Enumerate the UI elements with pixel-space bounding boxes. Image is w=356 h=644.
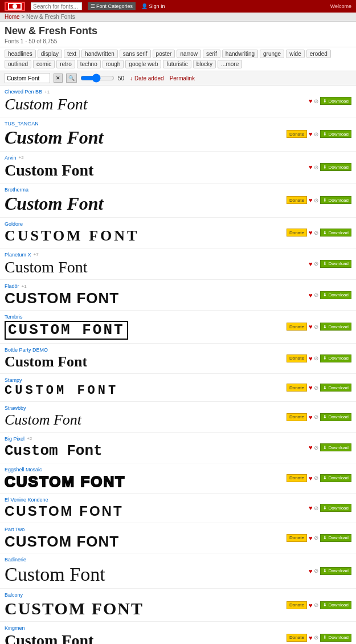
download-button[interactable]: ⬇ Download	[320, 196, 351, 204]
filter-tag-handwriting[interactable]: handwriting	[222, 50, 258, 58]
block-button[interactable]: ⊘	[314, 568, 318, 574]
block-button[interactable]: ⊘	[314, 324, 318, 330]
donate-button[interactable]: Donate	[287, 534, 307, 542]
site-logo[interactable]	[5, 2, 25, 11]
favorite-button[interactable]: ♥	[309, 634, 313, 641]
donate-button[interactable]: Donate	[287, 413, 307, 421]
font-name-link[interactable]: Chewed Pen BB	[5, 89, 42, 95]
favorite-button[interactable]: ♥	[309, 444, 313, 451]
filter-tag-comic[interactable]: comic	[33, 60, 55, 68]
filter-tag-poster[interactable]: poster	[153, 50, 175, 58]
filter-tag-wide[interactable]: wide	[286, 50, 305, 58]
font-name-link[interactable]: TUS_TANGAN	[5, 121, 39, 127]
donate-button[interactable]: Donate	[287, 384, 307, 392]
block-button[interactable]: ⊘	[314, 197, 318, 203]
sort-label[interactable]: ↓ Date added	[130, 75, 164, 81]
download-button[interactable]: ⬇ Download	[320, 130, 351, 138]
block-button[interactable]: ⊘	[314, 475, 318, 481]
favorite-button[interactable]: ♥	[309, 260, 313, 267]
filter-tag-eroded[interactable]: eroded	[306, 50, 331, 58]
favorite-button[interactable]: ♥	[309, 292, 313, 299]
font-name-link[interactable]: Eggshell Mosaic	[5, 467, 42, 472]
donate-button[interactable]: Donate	[287, 634, 307, 642]
filter-tag-narrow[interactable]: narrow	[177, 50, 201, 58]
filter-tag-techno[interactable]: techno	[77, 60, 101, 68]
download-button[interactable]: ⬇ Download	[320, 323, 351, 331]
download-button[interactable]: ⬇ Download	[320, 601, 351, 609]
favorite-button[interactable]: ♥	[309, 131, 313, 137]
preview-text-input[interactable]	[5, 73, 50, 83]
font-name-link[interactable]: Balcony	[5, 592, 23, 598]
filter-tag-outlined[interactable]: outlined	[5, 60, 31, 68]
favorite-button[interactable]: ♥	[309, 323, 313, 330]
download-button[interactable]: ⬇ Download	[320, 474, 351, 482]
font-preview-text[interactable]: Custom Font	[5, 259, 351, 276]
block-button[interactable]: ⊘	[314, 535, 318, 541]
donate-button[interactable]: Donate	[287, 229, 307, 237]
block-button[interactable]: ⊘	[314, 230, 318, 236]
zoom-in-button[interactable]: 🔍	[66, 74, 77, 83]
font-name-link[interactable]: Badinerie	[5, 557, 26, 563]
block-button[interactable]: ⊘	[314, 164, 318, 170]
font-preview-text[interactable]: Custom Font	[5, 162, 351, 180]
block-button[interactable]: ⊘	[314, 355, 318, 361]
font-name-link[interactable]: Stampy	[5, 377, 22, 383]
font-name-link[interactable]: Part Two	[5, 527, 24, 532]
favorite-button[interactable]: ♥	[309, 504, 313, 511]
favorite-button[interactable]: ♥	[309, 355, 313, 362]
font-name-link[interactable]: Bottle Party DEMO	[5, 347, 48, 353]
download-button[interactable]: ⬇ Download	[320, 97, 351, 105]
donate-button[interactable]: Donate	[287, 354, 307, 362]
block-button[interactable]: ⊘	[314, 602, 318, 608]
filter-tag-...more[interactable]: ...more	[218, 60, 242, 68]
filter-tag-rough[interactable]: rough	[103, 60, 124, 68]
download-button[interactable]: ⬇ Download	[320, 354, 351, 362]
reset-button[interactable]: ✕	[54, 74, 63, 83]
font-preview-text[interactable]: CUSTOM FONT	[5, 504, 351, 519]
filter-tag-text[interactable]: text	[64, 50, 80, 58]
font-name-link[interactable]: Strawbby	[5, 405, 26, 411]
donate-button[interactable]: Donate	[287, 474, 307, 482]
download-button[interactable]: ⬇ Download	[320, 567, 351, 575]
favorite-button[interactable]: ♥	[309, 384, 313, 391]
favorite-button[interactable]: ♥	[309, 197, 313, 203]
font-name-link[interactable]: Planetum X	[5, 252, 31, 258]
download-button[interactable]: ⬇ Download	[320, 163, 351, 171]
block-button[interactable]: ⊘	[314, 505, 318, 511]
favorite-button[interactable]: ♥	[309, 97, 313, 104]
download-button[interactable]: ⬇ Download	[320, 260, 351, 268]
block-button[interactable]: ⊘	[314, 445, 318, 451]
filter-tag-futuristic[interactable]: futuristic	[163, 60, 191, 68]
font-name-link[interactable]: Tembris	[5, 314, 23, 320]
block-button[interactable]: ⊘	[314, 260, 318, 267]
filter-tag-retro[interactable]: retro	[56, 60, 75, 68]
font-categories-button[interactable]: ☰ Font Categories	[88, 2, 136, 10]
permalink-link[interactable]: Permalink	[170, 75, 195, 81]
sign-in-button[interactable]: 👤 Sign In	[141, 3, 165, 9]
filter-tag-display[interactable]: display	[38, 50, 62, 58]
block-button[interactable]: ⊘	[314, 131, 318, 137]
font-name-link[interactable]: Arvin	[5, 155, 17, 161]
download-button[interactable]: ⬇ Download	[320, 634, 351, 642]
download-button[interactable]: ⬇ Download	[320, 443, 351, 451]
breadcrumb-home[interactable]: Home	[5, 14, 20, 20]
favorite-button[interactable]: ♥	[309, 475, 313, 482]
donate-button[interactable]: Donate	[287, 130, 307, 138]
font-name-link[interactable]: Brotherma	[5, 187, 28, 193]
favorite-button[interactable]: ♥	[309, 414, 313, 421]
font-preview-text[interactable]: Custom Font	[5, 564, 351, 585]
block-button[interactable]: ⊘	[314, 292, 318, 298]
font-name-link[interactable]: Big Pixel	[5, 436, 24, 442]
block-button[interactable]: ⊘	[314, 98, 318, 104]
filter-tag-google-web[interactable]: google web	[125, 60, 161, 68]
download-button[interactable]: ⬇ Download	[320, 534, 351, 542]
font-preview-text[interactable]: Custom Font	[5, 96, 351, 113]
download-button[interactable]: ⬇ Download	[320, 504, 351, 512]
favorite-button[interactable]: ♥	[309, 164, 313, 170]
filter-tag-sans-serif[interactable]: sans serif	[120, 50, 151, 58]
filter-tag-handwritten[interactable]: handwritten	[81, 50, 118, 58]
favorite-button[interactable]: ♥	[309, 535, 313, 541]
donate-button[interactable]: Donate	[287, 196, 307, 204]
font-preview-text[interactable]: CUSTOM FONT	[5, 321, 128, 340]
font-name-link[interactable]: El Venine Kondene	[5, 497, 48, 503]
